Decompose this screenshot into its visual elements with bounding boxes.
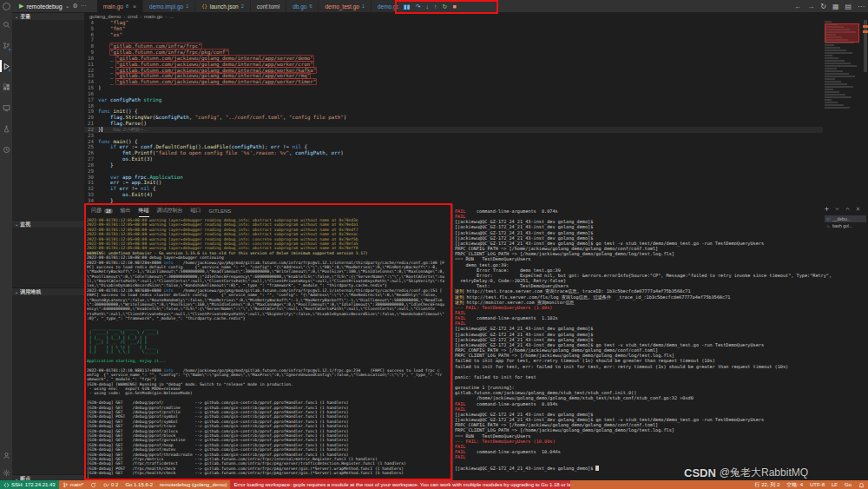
- chevron-right-icon: ›: [140, 14, 141, 19]
- terminal-list-item[interactable]: __debu...: [825, 215, 866, 222]
- panel-tab-输出[interactable]: 输出: [121, 204, 131, 217]
- status-cursor-position[interactable]: 行 22, 列 2: [752, 480, 784, 489]
- close-icon[interactable]: ×: [133, 3, 136, 10]
- chevron-down-icon[interactable]: [834, 206, 840, 212]
- debug-config-label[interactable]: remotedebug: [26, 3, 62, 10]
- tab-demo.impl.go[interactable]: demo.impl.go1: [143, 0, 195, 12]
- tab-demo_test.go[interactable]: demo_test.go1: [319, 0, 371, 12]
- status-debug-session[interactable]: remotedebug (golang_demo): [156, 480, 230, 489]
- panel-tab-GITLENS[interactable]: GITLENS: [209, 204, 232, 217]
- status-problems[interactable]: 0 2: [100, 480, 122, 489]
- more-icon[interactable]: ⋯: [81, 3, 87, 10]
- activity-settings-gear[interactable]: [0, 466, 12, 479]
- panel-tab-调试控制台[interactable]: 调试控制台: [157, 204, 183, 217]
- bell-icon: [858, 482, 865, 488]
- history-icon[interactable]: ↻: [820, 3, 826, 10]
- status-eol[interactable]: LF: [828, 480, 841, 489]
- debug-toolbar: ▮▮↷↓↑↻■: [398, 1, 462, 12]
- code-editor[interactable]: 4 "flag"5 "fmt"6 "os"78 "gitlab.futunn.c…: [84, 20, 823, 204]
- chevron-down-icon[interactable]: ⌄: [65, 3, 70, 10]
- activity-testing[interactable]: [0, 122, 12, 135]
- start-debug-icon[interactable]: ▶: [19, 3, 23, 10]
- breadcrumb-item[interactable]: golang_demo: [89, 14, 121, 19]
- tab-label: demo.impl.go: [149, 3, 183, 10]
- bash-icon: [826, 224, 831, 228]
- terminal-label: __debu...: [832, 216, 851, 221]
- code-line-18: 18: [84, 103, 823, 109]
- scrollbar-thumb[interactable]: [864, 20, 867, 72]
- tab-problem-badge: 8: [126, 3, 128, 9]
- panel-tab-label: 端口: [191, 207, 201, 215]
- tab-launch.json[interactable]: {}launch.json2: [195, 0, 251, 12]
- section-调用堆栈[interactable]: ⌄调用堆栈: [12, 287, 84, 295]
- terminal-list-item[interactable]: bash gol...: [825, 222, 866, 229]
- breadcrumb-item[interactable]: main.go: [144, 14, 162, 19]
- activity-timeline[interactable]: [0, 142, 12, 156]
- code-line-28: 28 }: [84, 162, 823, 169]
- panel-tab-label: 输出: [121, 207, 131, 215]
- stop-icon[interactable]: ■: [452, 3, 456, 10]
- status-remote[interactable]: SSH: 172.24.21.43: [0, 480, 59, 489]
- tab-db.go[interactable]: db.go6: [286, 0, 319, 12]
- step-over-icon[interactable]: ↷: [416, 3, 421, 10]
- breadcrumb-item[interactable]: cmd: [128, 14, 137, 19]
- tab-conf.toml[interactable]: conf.toml: [251, 0, 286, 12]
- status-notifications[interactable]: [855, 480, 868, 489]
- activity-account[interactable]: [0, 448, 12, 462]
- restart-icon[interactable]: ↻: [443, 3, 448, 10]
- close-icon: [855, 206, 861, 212]
- plus-icon[interactable]: [824, 206, 830, 212]
- status-language-mode[interactable]: Go: [841, 480, 855, 489]
- tab-main.go[interactable]: main.go8×: [97, 0, 143, 12]
- panel-divider[interactable]: [452, 204, 453, 480]
- panel-tab-终端[interactable]: 终端: [139, 204, 149, 217]
- status-label: LF: [832, 482, 838, 487]
- timeline-icon: [3, 146, 10, 154]
- pause-icon[interactable]: ▮▮: [404, 3, 411, 10]
- problems-icon: [103, 482, 109, 488]
- activity-bar: [0, 12, 12, 480]
- section-label: 监视: [20, 221, 30, 228]
- close-icon[interactable]: [855, 206, 861, 212]
- status-encoding[interactable]: UTF-8: [806, 480, 828, 489]
- editor-scrollbar[interactable]: [863, 20, 868, 204]
- layout-icon[interactable]: ▤: [845, 3, 852, 10]
- status-git-branch[interactable]: main*: [59, 480, 87, 489]
- panel-tab-label: 调试控制台: [157, 207, 183, 215]
- back-icon[interactable]: ←: [794, 3, 801, 10]
- step-into-icon[interactable]: ↓: [426, 3, 430, 10]
- panel-tab-端口[interactable]: 端口: [191, 204, 201, 217]
- panel-tab-问题[interactable]: 问题18: [91, 204, 113, 217]
- chevron-right-icon: ›: [165, 14, 167, 19]
- activity-remote-explorer[interactable]: [0, 101, 12, 115]
- status-indentation[interactable]: 空格: 4: [783, 480, 806, 489]
- activity-extensions[interactable]: [0, 80, 12, 94]
- chevron-up-icon[interactable]: [845, 206, 851, 212]
- code-line-16: 16: [84, 91, 823, 97]
- section-变量[interactable]: ⌄变量: [12, 12, 84, 20]
- debug-config-picker[interactable]: ▶ remotedebug ⌄ ⚙ ⋯: [16, 0, 90, 12]
- activity-run-debug[interactable]: [0, 59, 12, 73]
- status-workspace-error[interactable]: Error loading workspace: gopls requires …: [230, 480, 570, 489]
- chevron-down-icon: ⌄: [15, 221, 18, 227]
- section-label: 变量: [20, 13, 30, 21]
- section-监视[interactable]: ⌄监视: [12, 220, 84, 228]
- minimap[interactable]: [823, 20, 863, 204]
- chevron-down-icon: [834, 206, 840, 212]
- status-label: Go: [845, 482, 852, 487]
- more-icon[interactable]: ⋯: [858, 3, 865, 10]
- step-out-icon[interactable]: ↑: [434, 3, 437, 10]
- terminal-test-output[interactable]: FAIL command-line-arguments 0.074sFAIL[j…: [455, 208, 868, 480]
- activity-source-control[interactable]: [0, 38, 12, 52]
- breadcrumb-item[interactable]: ...: [169, 14, 174, 19]
- settings-gear-icon[interactable]: ⚙: [73, 3, 78, 10]
- split-editor-icon[interactable]: ▦: [832, 3, 839, 10]
- code-line-23: 23: [84, 133, 823, 139]
- activity-search[interactable]: [0, 17, 12, 31]
- status-sync[interactable]: [87, 480, 100, 489]
- status-go-version[interactable]: Go 1.15.6-2: [122, 480, 156, 489]
- status-label: 空格: 4: [786, 481, 803, 489]
- terminal-debug-output[interactable]: 2022-09-01T01:12:05+08:00 warning layer=…: [87, 218, 444, 480]
- app-logo-icon: [3, 3, 10, 10]
- forward-icon[interactable]: →: [807, 3, 814, 10]
